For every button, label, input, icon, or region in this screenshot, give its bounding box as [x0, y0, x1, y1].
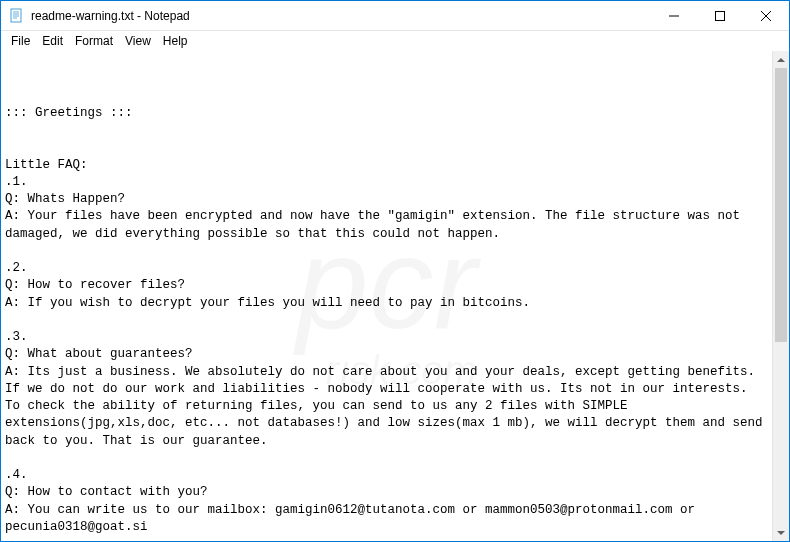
vertical-scrollbar[interactable]: [772, 51, 789, 541]
minimize-button[interactable]: [651, 1, 697, 31]
maximize-button[interactable]: [697, 1, 743, 31]
content-wrap: pcr rısk.com ::: Greetings ::: Little FA…: [1, 51, 789, 541]
scroll-down-arrow[interactable]: [773, 524, 789, 541]
menu-view[interactable]: View: [119, 32, 157, 50]
menu-edit[interactable]: Edit: [36, 32, 69, 50]
scroll-thumb[interactable]: [775, 68, 787, 342]
menubar: File Edit Format View Help: [1, 31, 789, 51]
close-button[interactable]: [743, 1, 789, 31]
menu-file[interactable]: File: [5, 32, 36, 50]
svg-rect-6: [716, 12, 725, 21]
notepad-icon: [9, 8, 25, 24]
scroll-track[interactable]: [773, 68, 789, 524]
menu-format[interactable]: Format: [69, 32, 119, 50]
svg-rect-0: [11, 9, 21, 22]
titlebar: readme-warning.txt - Notepad: [1, 1, 789, 31]
notepad-window: readme-warning.txt - Notepad File Edit F…: [0, 0, 790, 542]
text-area[interactable]: pcr rısk.com ::: Greetings ::: Little FA…: [1, 51, 772, 541]
svg-marker-9: [777, 58, 785, 62]
scroll-up-arrow[interactable]: [773, 51, 789, 68]
svg-marker-10: [777, 531, 785, 535]
text-body: ::: Greetings ::: Little FAQ: .1. Q: Wha…: [5, 105, 768, 541]
title-left: readme-warning.txt - Notepad: [1, 8, 190, 24]
window-title: readme-warning.txt - Notepad: [31, 9, 190, 23]
window-controls: [651, 1, 789, 30]
menu-help[interactable]: Help: [157, 32, 194, 50]
